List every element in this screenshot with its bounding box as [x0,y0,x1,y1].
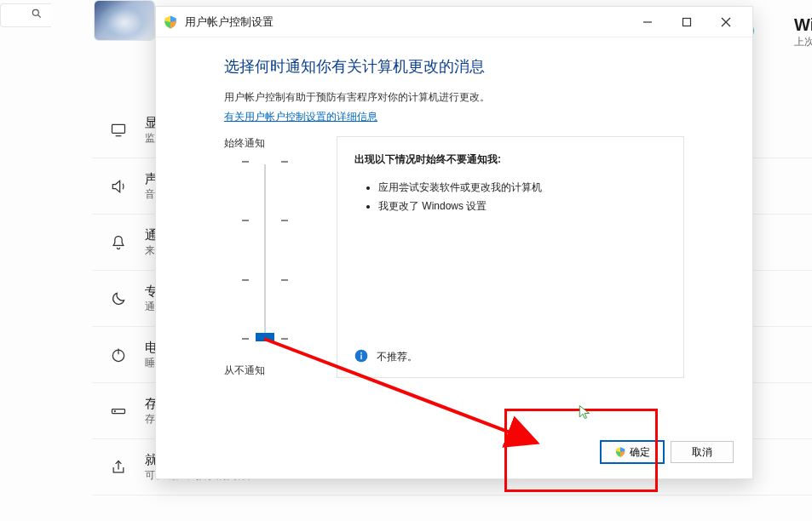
storage-icon [109,402,128,421]
power-icon [109,346,128,364]
dialog-heading: 选择何时通知你有关计算机更改的消息 [224,56,684,77]
titlebar: 用户帐户控制设置 [156,7,752,37]
desktop-thumbnail [94,0,155,41]
uac-shield-icon [614,446,626,458]
svg-rect-2 [112,124,125,133]
card-note-text: 不推荐。 [377,350,418,364]
search-icon [31,8,43,23]
dialog-description: 用户帐户控制有助于预防有害程序对你的计算机进行更改。 [224,90,684,105]
close-button[interactable] [706,10,746,34]
cancel-button[interactable]: 取消 [671,441,734,463]
slider-track[interactable] [242,161,288,340]
right-panel-title: Windo [794,15,812,35]
maximize-button[interactable] [667,10,706,34]
ok-button[interactable]: 确定 [601,441,664,463]
uac-dialog: 用户帐户控制设置 选择何时通知你有关计算机更改的消息 用户帐户控制有助于预防有害… [155,6,753,479]
info-icon [354,349,368,365]
monitor-icon [109,121,128,140]
speaker-icon [109,177,128,196]
card-heading: 出现以下情况时始终不要通知我: [354,152,666,167]
share-icon [109,458,128,477]
card-item: 我更改了 Windows 设置 [378,198,666,216]
cancel-button-label: 取消 [692,445,712,460]
svg-point-14 [360,352,362,354]
card-note: 不推荐。 [354,264,666,365]
ok-button-label: 确定 [630,445,650,460]
card-list: 应用尝试安装软件或更改我的计算机 我更改了 Windows 设置 [354,179,666,215]
right-panel-sub: 上次检查 [794,35,812,49]
search-box[interactable] [0,3,51,27]
card-item: 应用尝试安装软件或更改我的计算机 [378,179,666,198]
svg-rect-13 [360,355,361,359]
dialog-body: 选择何时通知你有关计算机更改的消息 用户帐户控制有助于预防有害程序对你的计算机进… [156,37,752,395]
moon-icon [109,289,128,308]
svg-point-7 [114,410,115,411]
uac-slider[interactable]: 始终通知 从不通知 [224,136,306,378]
minimize-button[interactable] [628,10,667,34]
more-info-link[interactable]: 有关用户帐户控制设置的详细信息 [224,111,377,123]
right-panel-header: Windo 上次检查 [794,15,812,49]
dialog-footer: 确定 取消 [601,441,734,463]
bell-icon [109,233,128,252]
svg-point-0 [32,9,38,15]
dialog-title: 用户帐户控制设置 [185,14,274,30]
slider-label-bottom: 从不通知 [224,364,265,378]
slider-thumb[interactable] [256,333,274,341]
uac-shield-icon [163,14,178,30]
slider-label-top: 始终通知 [224,136,265,151]
svg-rect-9 [683,18,691,26]
svg-line-1 [38,15,41,18]
info-card: 出现以下情况时始终不要通知我: 应用尝试安装软件或更改我的计算机 我更改了 Wi… [337,136,684,378]
